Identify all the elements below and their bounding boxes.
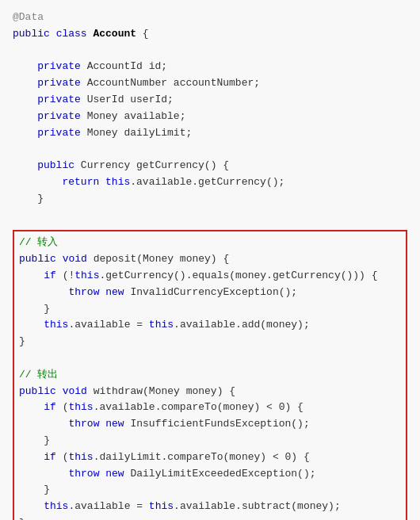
blank-line-3 (13, 208, 407, 224)
withdraw-signature: public void withdraw(Money money) { (19, 384, 401, 400)
field-line-3: private UserId userId; (13, 92, 407, 109)
deposit-if-close: } (19, 301, 401, 318)
deposit-comment: // 转入 (19, 235, 401, 251)
field-line-2: private AccountNumber accountNumber; (13, 75, 407, 92)
blank-line-2 (13, 141, 407, 158)
field-line-4: private Money available; (13, 109, 407, 125)
withdraw-if1: if (this.available.compareTo(money) < 0)… (19, 400, 401, 416)
field-line-5: private Money dailyLimit; (13, 125, 407, 142)
withdraw-close: } (19, 515, 401, 520)
withdraw-assign: this.available = this.available.subtract… (19, 499, 401, 515)
deposit-if: if (!this.getCurrency().equals(money.get… (19, 268, 401, 285)
deposit-close: } (19, 334, 401, 350)
getCurrency-body: return this.available.getCurrency(); (13, 174, 407, 191)
getCurrency-close: } (13, 191, 407, 208)
highlighted-section: // 转入 public void deposit(Money money) {… (13, 230, 407, 520)
withdraw-throw1: throw new InsufficientFundsException(); (19, 416, 401, 433)
withdraw-throw2: throw new DailyLimitExceededException(); (19, 466, 401, 483)
deposit-throw: throw new InvalidCurrencyException(); (19, 285, 401, 301)
class-declaration-line: public class Account { (13, 26, 407, 43)
getCurrency-signature: public Currency getCurrency() { (13, 158, 407, 174)
blank-line-1 (13, 43, 407, 59)
field-line-1: private AccountId id; (13, 59, 407, 75)
code-container: @Data public class Account { private Acc… (0, 0, 420, 520)
withdraw-comment: // 转出 (19, 367, 401, 384)
deposit-signature: public void deposit(Money money) { (19, 251, 401, 268)
withdraw-if1-close: } (19, 433, 401, 449)
withdraw-if2: if (this.dailyLimit.compareTo(money) < 0… (19, 449, 401, 466)
deposit-assign: this.available = this.available.add(mone… (19, 317, 401, 334)
blank-line-4 (19, 350, 401, 367)
withdraw-if2-close: } (19, 482, 401, 499)
annotation-line: @Data (13, 10, 407, 26)
